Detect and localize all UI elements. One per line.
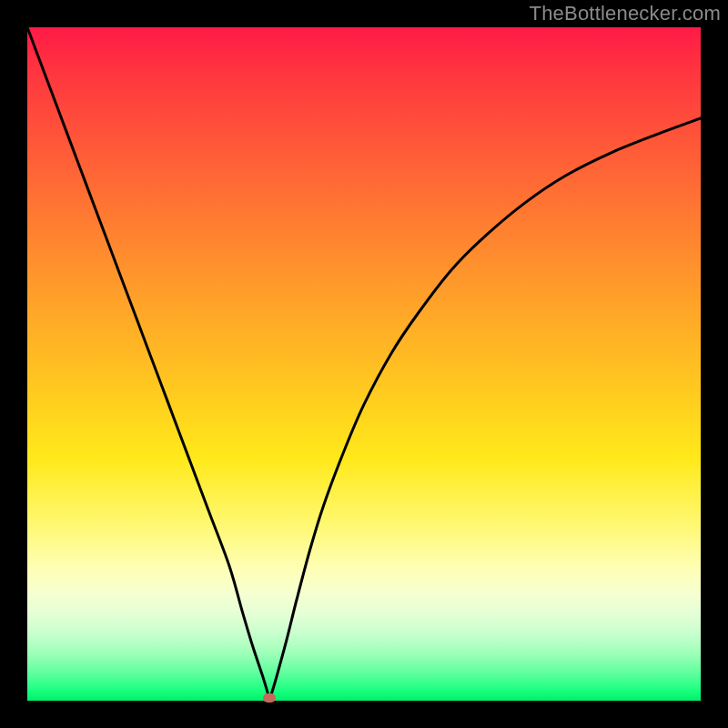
chart-frame: TheBottlenecker.com [0, 0, 728, 728]
minimum-marker [263, 693, 276, 703]
bottleneck-curve [27, 27, 701, 701]
watermark-text: TheBottlenecker.com [530, 2, 721, 25]
plot-area [27, 27, 701, 701]
